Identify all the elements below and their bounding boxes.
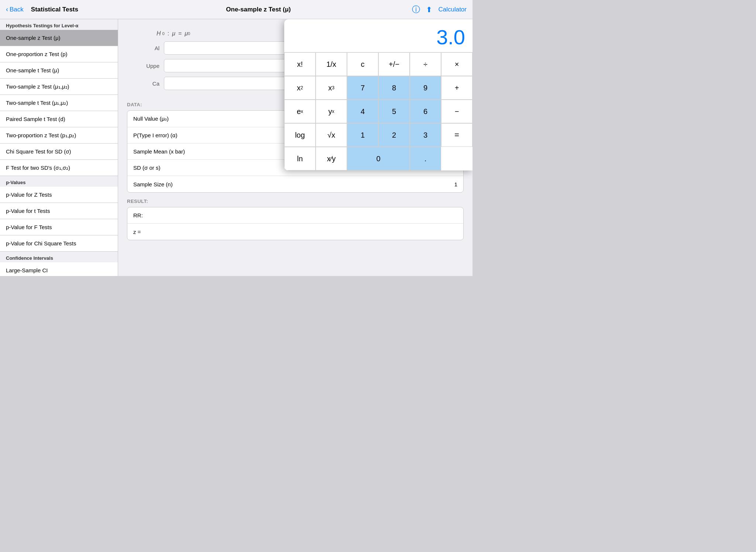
sidebar-item-label: Two-sample z Test (μ₁,μ₂) xyxy=(6,83,69,90)
calc-btn-minus[interactable]: − xyxy=(441,100,472,123)
section-header-ci: Confidence Intervals xyxy=(0,252,118,262)
sidebar-item-chi-square-sd[interactable]: Chi Square Test for SD (σ) xyxy=(0,144,118,160)
calc-btn-exp[interactable]: ex xyxy=(284,100,316,123)
sidebar-item-label: p-Value for Z Tests xyxy=(6,192,52,198)
sidebar-item-label: p-Value for t Tests xyxy=(6,208,50,214)
calc-btn-7[interactable]: 7 xyxy=(347,76,378,100)
calc-btn-cube[interactable]: x3 xyxy=(316,76,347,100)
section-header-hypothesis: Hypothesis Testings for Level-α xyxy=(0,19,118,30)
data-label-null-value: Null Value (μ₀) xyxy=(133,115,169,122)
calc-btn-2[interactable]: 2 xyxy=(378,123,410,147)
sidebar-item-pvalue-t[interactable]: p-Value for t Tests xyxy=(0,203,118,219)
result-section-label: RESULT: xyxy=(127,199,464,204)
calc-btn-log[interactable]: log xyxy=(284,123,316,147)
calc-btn-clear[interactable]: c xyxy=(347,52,378,76)
data-label-type-i-error: P(Type I error) (α) xyxy=(133,132,178,138)
calc-btn-yx[interactable]: yx xyxy=(316,100,347,123)
sidebar-item-label: Paired Sample t Test (d) xyxy=(6,116,65,122)
calc-btn-plus[interactable]: + xyxy=(441,76,472,100)
sidebar-item-label: One-proportion z Test (p) xyxy=(6,51,67,57)
sidebar-item-one-proportion-z[interactable]: One-proportion z Test (p) xyxy=(0,46,118,62)
sidebar-item-f-test-sd[interactable]: F Test for two SD's (σ₁,σ₂) xyxy=(0,160,118,176)
upper-label: Uppe xyxy=(127,63,164,69)
header-left: ‹ Back Statistical Tests xyxy=(6,6,124,13)
sidebar-item-label: Two-proportion z Test (p₁,p₂) xyxy=(6,132,76,139)
back-chevron-icon: ‹ xyxy=(6,6,8,13)
calc-btn-1[interactable]: 1 xyxy=(347,123,378,147)
sidebar-item-label: F Test for two SD's (σ₁,σ₂) xyxy=(6,165,70,171)
calc-btn-multiply[interactable]: × xyxy=(441,52,472,76)
calc-btn-divide[interactable]: ÷ xyxy=(410,52,441,76)
calc-btn-dot[interactable]: . xyxy=(410,147,441,170)
data-value-sample-size: 1 xyxy=(454,181,457,187)
calc-btn-factorial[interactable]: x! xyxy=(284,52,316,76)
alt-label: Al xyxy=(127,45,164,51)
calc-btn-plus-minus[interactable]: +/− xyxy=(378,52,410,76)
sidebar-item-label: One-sample t Test (μ) xyxy=(6,67,59,73)
sidebar-item-label: Large-Sample CI xyxy=(6,267,48,273)
null-hypothesis-label: H xyxy=(157,30,161,37)
calc-btn-xy-divide[interactable]: x∕y xyxy=(316,147,347,170)
ca-label: Ca xyxy=(127,80,164,87)
header-right: ⓘ ⬆ Calculator xyxy=(393,4,467,15)
result-table: RR: z = xyxy=(127,207,464,240)
sidebar-item-label: One-sample z Test (μ) xyxy=(6,35,61,41)
sidebar-item-paired-sample-t[interactable]: Paired Sample t Test (d) xyxy=(0,111,118,127)
data-label-sample-size: Sample Size (n) xyxy=(133,181,173,187)
sidebar-item-pvalue-chisquare[interactable]: p-Value for Chi Square Tests xyxy=(0,235,118,252)
calc-btn-reciprocal[interactable]: 1/x xyxy=(316,52,347,76)
calc-btn-3[interactable]: 3 xyxy=(410,123,441,147)
sidebar-item-one-sample-t[interactable]: One-sample t Test (μ) xyxy=(0,62,118,79)
sidebar: Hypothesis Testings for Level-α One-samp… xyxy=(0,19,118,276)
content-area: H 0 : μ = μ 0 Al Uppe Ca xyxy=(118,19,472,276)
result-label-rr: RR: xyxy=(133,212,143,218)
back-button[interactable]: Back xyxy=(10,6,24,13)
sidebar-item-label: Two-sample t Test (μ₁,μ₂) xyxy=(6,100,68,106)
result-row-rr: RR: xyxy=(127,207,463,224)
data-row-sample-size[interactable]: Sample Size (n) 1 xyxy=(127,176,463,192)
sidebar-item-two-sample-t[interactable]: Two-sample t Test (μ₁,μ₂) xyxy=(0,95,118,111)
section-header-pvalues: p-Values xyxy=(0,176,118,187)
calculator-popup: 3.0 x! 1/x c +/− ÷ × x2 x3 7 8 9 + ex yx… xyxy=(284,19,472,170)
calc-btn-ln[interactable]: ln xyxy=(284,147,316,170)
sidebar-item-two-proportion-z[interactable]: Two-proportion z Test (p₁,p₂) xyxy=(0,127,118,144)
sidebar-item-two-sample-z[interactable]: Two-sample z Test (μ₁,μ₂) xyxy=(0,79,118,95)
calc-btn-0[interactable]: 0 xyxy=(347,147,410,170)
sidebar-item-one-sample-z[interactable]: One-sample z Test (μ) xyxy=(0,30,118,46)
calc-btn-6[interactable]: 6 xyxy=(410,100,441,123)
calc-btn-9[interactable]: 9 xyxy=(410,76,441,100)
header-center: One-sample z Test (μ) xyxy=(124,6,393,13)
share-icon[interactable]: ⬆ xyxy=(426,5,432,14)
sidebar-item-pvalue-f[interactable]: p-Value for F Tests xyxy=(0,219,118,235)
page-title: One-sample z Test (μ) xyxy=(226,6,291,13)
sidebar-item-label: Chi Square Test for SD (σ) xyxy=(6,148,71,155)
calculator-display: 3.0 xyxy=(284,19,472,52)
data-label-sd: SD (σ or s) xyxy=(133,165,160,171)
calc-btn-5[interactable]: 5 xyxy=(378,100,410,123)
data-label-sample-mean: Sample Mean (x bar) xyxy=(133,148,185,155)
app-header: ‹ Back Statistical Tests One-sample z Te… xyxy=(0,0,472,19)
calc-btn-equals[interactable]: = xyxy=(441,123,472,147)
info-icon[interactable]: ⓘ xyxy=(412,4,420,15)
sidebar-item-label: p-Value for F Tests xyxy=(6,224,52,230)
calculator-grid: x! 1/x c +/− ÷ × x2 x3 7 8 9 + ex yx 4 5… xyxy=(284,52,472,170)
result-row-z: z = xyxy=(127,224,463,240)
sidebar-item-large-sample-ci[interactable]: Large-Sample CI xyxy=(0,262,118,276)
calc-btn-square[interactable]: x2 xyxy=(284,76,316,100)
calculator-button[interactable]: Calculator xyxy=(438,6,467,13)
sidebar-item-pvalue-z[interactable]: p-Value for Z Tests xyxy=(0,187,118,203)
sidebar-title: Statistical Tests xyxy=(31,6,78,13)
main-layout: Hypothesis Testings for Level-α One-samp… xyxy=(0,19,472,276)
result-label-z: z = xyxy=(133,229,141,235)
calc-btn-sqrt[interactable]: √x xyxy=(316,123,347,147)
sidebar-item-label: p-Value for Chi Square Tests xyxy=(6,240,76,246)
calc-btn-4[interactable]: 4 xyxy=(347,100,378,123)
calc-btn-8[interactable]: 8 xyxy=(378,76,410,100)
